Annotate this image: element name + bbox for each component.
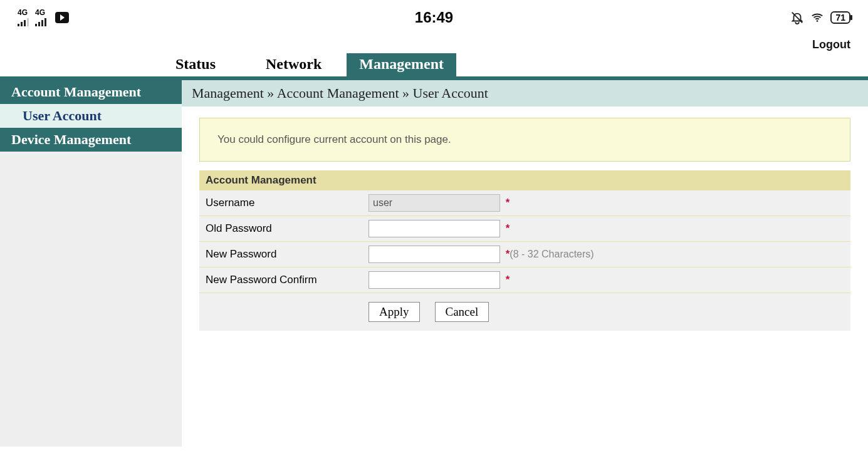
username-input	[369, 194, 500, 212]
signal-indicator-2: 4G	[35, 9, 46, 26]
info-banner: You could configure current account on t…	[199, 118, 850, 162]
required-mark: *	[506, 274, 510, 286]
signal-indicator-1: 4G	[18, 9, 29, 26]
signal-label-2: 4G	[35, 9, 45, 16]
sidebar-item-account-mgmt[interactable]: Account Management	[0, 80, 182, 104]
required-mark: *	[506, 197, 510, 209]
svg-point-1	[817, 20, 818, 22]
wifi-icon	[810, 11, 824, 24]
row-username: Username *	[199, 190, 850, 216]
device-status-bar: 4G 4G 16:49 71	[0, 0, 868, 34]
sidebar: Account Management User Account Device M…	[0, 80, 182, 447]
old-password-input[interactable]	[369, 220, 500, 237]
media-icon	[55, 12, 69, 23]
tab-network[interactable]: Network	[253, 53, 334, 76]
new-password-hint: (8 - 32 Characters)	[510, 249, 593, 259]
tab-management[interactable]: Management	[347, 53, 456, 76]
content-area: Management » Account Management » User A…	[182, 80, 868, 447]
status-right: 71	[790, 11, 850, 24]
row-new-password: New Password *(8 - 32 Characters)	[199, 242, 850, 267]
account-form: Username * Old Password *	[199, 190, 850, 293]
required-mark: *	[506, 222, 510, 234]
bell-off-icon	[790, 11, 804, 24]
username-label: Username	[199, 190, 362, 216]
row-old-password: Old Password *	[199, 216, 850, 242]
new-password-input[interactable]	[369, 246, 500, 263]
new-password-confirm-label: New Password Confirm	[199, 267, 362, 293]
breadcrumb: Management » Account Management » User A…	[182, 80, 868, 106]
status-left: 4G 4G	[18, 9, 69, 26]
signal-label-1: 4G	[18, 9, 28, 16]
sidebar-item-user-account[interactable]: User Account	[0, 104, 182, 128]
app-area: Logout Status Network Management Account…	[0, 34, 868, 447]
tab-status[interactable]: Status	[163, 53, 228, 76]
top-tabs: Status Network Management	[0, 51, 868, 76]
apply-button[interactable]: Apply	[369, 302, 420, 322]
cancel-button[interactable]: Cancel	[435, 302, 489, 322]
panel-title: Account Management	[199, 170, 850, 190]
row-new-password-confirm: New Password Confirm *	[199, 267, 850, 293]
new-password-label: New Password	[199, 242, 362, 267]
old-password-label: Old Password	[199, 216, 362, 242]
button-row: Apply Cancel	[199, 293, 850, 331]
sidebar-item-device-mgmt[interactable]: Device Management	[0, 128, 182, 152]
logout-link[interactable]: Logout	[812, 38, 850, 51]
clock-time: 16:49	[415, 9, 453, 26]
battery-indicator: 71	[830, 11, 850, 24]
new-password-confirm-input[interactable]	[369, 271, 500, 289]
